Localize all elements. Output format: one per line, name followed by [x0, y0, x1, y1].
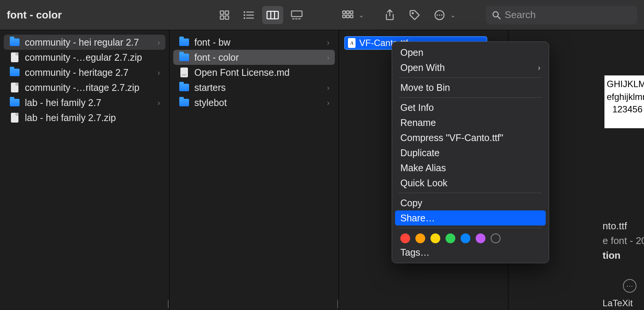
- tags-button[interactable]: [404, 6, 425, 24]
- svg-point-27: [441, 14, 443, 16]
- svg-rect-13: [291, 11, 302, 17]
- list-item[interactable]: community -…egular 2.7.zip: [4, 50, 165, 65]
- menu-rename[interactable]: Rename: [395, 115, 546, 130]
- menu-quick-look[interactable]: Quick Look: [395, 175, 546, 190]
- folder-icon: [179, 97, 190, 108]
- list-item[interactable]: font - bw ›: [173, 35, 335, 50]
- tag-orange[interactable]: [415, 233, 425, 243]
- menu-make-alias[interactable]: Make Alias: [395, 160, 546, 175]
- list-item[interactable]: MD Open Font License.md: [173, 65, 335, 80]
- chevron-right-icon: ›: [157, 98, 160, 107]
- menu-copy[interactable]: Copy: [395, 195, 546, 210]
- item-label: community - hei regular 2.7: [25, 37, 139, 48]
- svg-rect-3: [225, 16, 229, 19]
- font-preview: GHIJKLMNO efghijklmn 123456: [604, 75, 644, 128]
- item-label: community - heritage 2.7: [25, 67, 128, 78]
- tag-yellow[interactable]: [430, 233, 440, 243]
- tag-blue[interactable]: [461, 233, 470, 243]
- menu-get-info[interactable]: Get Info: [395, 100, 546, 115]
- list-item[interactable]: starters ›: [173, 80, 335, 95]
- list-icon: [242, 9, 255, 21]
- list-item[interactable]: lab - hei family 2.7 ›: [4, 95, 165, 110]
- list-item[interactable]: font - color ›: [173, 50, 335, 65]
- svg-point-8: [244, 18, 245, 18]
- folder-icon: [179, 37, 190, 48]
- list-item[interactable]: community - heritage 2.7 ›: [4, 65, 165, 80]
- menu-move-to-bin[interactable]: Move to Bin: [395, 80, 546, 95]
- svg-point-25: [436, 14, 438, 16]
- menu-open[interactable]: Open: [395, 45, 546, 60]
- column-resize-handle[interactable]: ‖: [336, 299, 339, 308]
- svg-point-4: [244, 12, 245, 12]
- column-1: community - hei regular 2.7 › community …: [0, 30, 169, 310]
- preview-line: 123456: [607, 103, 644, 116]
- zip-icon: [9, 52, 20, 63]
- action-button[interactable]: [429, 6, 450, 24]
- list-item[interactable]: stylebot ›: [173, 95, 335, 110]
- tag-purple[interactable]: [476, 233, 485, 243]
- tag-red[interactable]: [400, 233, 410, 243]
- file-info: nto.ttf e font - 20 tion: [603, 219, 644, 263]
- menu-compress[interactable]: Compress "VF-Canto.ttf": [395, 130, 546, 145]
- view-list-button[interactable]: [238, 6, 259, 24]
- share-button[interactable]: [379, 6, 400, 24]
- search-placeholder: Search: [505, 9, 536, 21]
- item-label: community -…ritage 2.7.zip: [25, 82, 139, 93]
- info-kind: e font - 20: [603, 233, 644, 248]
- tag-icon: [409, 9, 421, 21]
- column-resize-handle[interactable]: ‖: [167, 299, 169, 308]
- item-label: starters: [194, 82, 226, 93]
- svg-rect-21: [346, 15, 349, 18]
- menu-open-with[interactable]: Open With›: [395, 60, 546, 75]
- list-item[interactable]: community - hei regular 2.7 ›: [4, 35, 165, 50]
- list-item[interactable]: lab - hei family 2.7.zip: [4, 110, 165, 125]
- chevron-right-icon: ›: [327, 83, 330, 92]
- more-info-button[interactable]: ⋯: [623, 279, 636, 293]
- chevron-right-icon: ›: [157, 68, 160, 77]
- item-label: lab - hei family 2.7.zip: [25, 112, 116, 123]
- group-by-button[interactable]: [337, 6, 359, 24]
- window-title: font - color: [7, 9, 210, 21]
- svg-point-6: [244, 15, 245, 15]
- view-columns-button[interactable]: [262, 6, 283, 24]
- zip-icon: [9, 82, 20, 93]
- menu-separator: [399, 193, 542, 193]
- tag-green[interactable]: [446, 233, 455, 243]
- item-label: stylebot: [194, 97, 227, 108]
- chevron-down-icon: ⌄: [450, 11, 456, 19]
- info-line: folder: [603, 308, 644, 310]
- share-icon: [385, 9, 395, 21]
- folder-icon: [9, 97, 20, 108]
- columns-icon: [266, 9, 279, 21]
- column-2: font - bw › font - color › MD Open Font …: [169, 30, 339, 310]
- tag-none[interactable]: [491, 233, 501, 243]
- info-name: nto.ttf: [603, 219, 644, 233]
- item-label: community -…egular 2.7.zip: [25, 52, 142, 63]
- menu-share[interactable]: Share…: [395, 210, 546, 226]
- menu-duplicate[interactable]: Duplicate: [395, 145, 546, 160]
- item-label: lab - hei family 2.7: [25, 97, 101, 108]
- menu-tags[interactable]: Tags…: [395, 245, 546, 260]
- svg-rect-19: [350, 11, 353, 14]
- more-icon: [433, 9, 446, 21]
- search-icon: [492, 11, 501, 20]
- svg-rect-2: [220, 16, 224, 19]
- info-section: tion: [603, 248, 644, 263]
- chevron-right-icon: ›: [157, 38, 160, 47]
- search-field[interactable]: Search: [486, 6, 637, 25]
- view-icons-button[interactable]: [214, 6, 235, 24]
- svg-rect-17: [343, 11, 345, 14]
- chevron-right-icon: ›: [327, 38, 330, 47]
- view-gallery-button[interactable]: [286, 6, 307, 24]
- svg-rect-22: [350, 15, 353, 18]
- item-label: Open Font License.md: [194, 67, 290, 78]
- folder-icon: [179, 52, 190, 63]
- chevron-right-icon: ›: [538, 63, 540, 72]
- chevron-right-icon: ›: [327, 53, 330, 62]
- svg-point-26: [439, 14, 440, 16]
- list-item[interactable]: community -…ritage 2.7.zip: [4, 80, 165, 95]
- context-menu: Open Open With› Move to Bin Get Info Ren…: [392, 41, 549, 263]
- chevron-down-icon: ⌄: [359, 11, 364, 19]
- menu-tag-colors: [395, 230, 546, 245]
- svg-point-28: [493, 12, 498, 17]
